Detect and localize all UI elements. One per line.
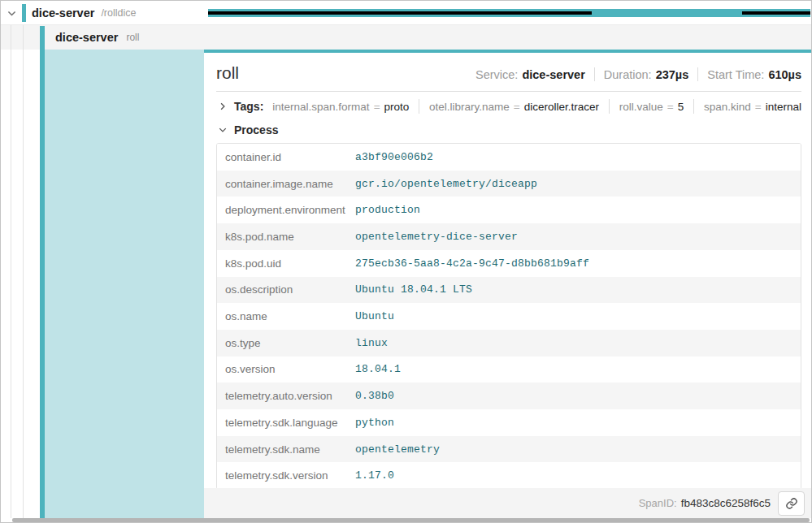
tag-key: otel.library.name (429, 101, 510, 113)
table-row: container.image.namegcr.io/opentelemetry… (217, 171, 801, 197)
trace-view: dice-server /rolldice dice-server roll 2… (0, 0, 812, 523)
spanid-label: SpanID: (639, 497, 677, 509)
row-key: os.version (217, 363, 355, 375)
service-value: dice-server (522, 68, 584, 81)
divider (693, 99, 694, 114)
divider (609, 99, 610, 114)
duration-value: 237µs (656, 68, 689, 81)
tag-value: internal (766, 101, 801, 113)
row-key: telemetry.sdk.name (217, 443, 355, 456)
row-value: production (355, 204, 420, 216)
tags-title: Tags: (234, 100, 263, 113)
table-row: telemetry.sdk.nameopentelemetry (217, 436, 801, 463)
table-row: k8s.pod.uid275ecb36-5aa8-4c2a-9c47-d8bb6… (217, 250, 801, 277)
spanid-value: fb483c8c6258f6c5 (681, 497, 771, 509)
tree-indent-guide (11, 25, 11, 518)
chevron-right-icon (218, 102, 228, 111)
tag-equals: = (514, 101, 520, 113)
tag-key: internal.span.format (272, 101, 369, 113)
row-key: k8s.pod.name (217, 231, 355, 243)
row-value: a3bf90e006b2 (355, 151, 433, 163)
table-row: telemetry.sdk.version1.17.0 (217, 462, 801, 489)
table-row: telemetry.auto.version0.38b0 (217, 383, 801, 409)
span-row-roll[interactable]: dice-server roll 237µs (1, 25, 811, 50)
service-name: dice-server (55, 31, 118, 44)
service-color-swatch (22, 4, 26, 22)
process-title: Process (234, 123, 278, 136)
span-name-cell[interactable]: dice-server /rolldice (1, 1, 204, 25)
row-value: 275ecb36-5aa8-4c2a-9c47-d8bb681b9aff (355, 257, 589, 270)
divider (594, 67, 595, 81)
service-label: Service: (475, 68, 518, 81)
table-row: telemetry.sdk.languagepython (217, 409, 801, 436)
row-key: os.type (217, 337, 355, 349)
tag-value: 5 (678, 101, 684, 113)
row-value: 1.17.0 (355, 469, 394, 482)
table-row: deployment.environmentproduction (217, 197, 801, 223)
span-name-cell[interactable]: dice-server roll (50, 25, 139, 50)
tag-equals: = (374, 101, 380, 113)
tag-value: diceroller.tracer (524, 101, 599, 113)
table-row: os.nameUbuntu (217, 303, 801, 330)
span-bar-overlay (742, 11, 810, 15)
row-key: container.image.name (217, 178, 355, 190)
operation-name: /rolldice (101, 7, 136, 19)
service-name: dice-server (32, 6, 94, 19)
table-row: os.version18.04.1 (217, 357, 801, 383)
tree-indent-guide (23, 25, 24, 518)
row-key: telemetry.auto.version (217, 390, 355, 402)
row-value: python (355, 417, 394, 429)
collapse-chevron-icon[interactable] (7, 8, 17, 19)
horizontal-scrollbar[interactable] (12, 518, 810, 522)
duration-label: Duration: (604, 68, 652, 81)
row-key: k8s.pod.uid (217, 257, 355, 270)
table-row: os.typelinux (217, 330, 801, 357)
table-row: os.descriptionUbuntu 18.04.1 LTS (217, 277, 801, 304)
span-title: roll (216, 63, 239, 82)
start-time-value: 610µs (768, 68, 801, 81)
span-bar-rolldice[interactable] (208, 9, 810, 17)
row-key: telemetry.sdk.language (217, 417, 355, 429)
row-value: opentelemetry-dice-server (355, 231, 518, 243)
tag-key: roll.value (619, 101, 663, 113)
row-value: opentelemetry (355, 443, 440, 456)
start-time-label: Start Time: (707, 68, 764, 81)
span-bar-overlay (208, 11, 592, 15)
row-key: os.description (217, 283, 355, 296)
row-value: 18.04.1 (355, 363, 401, 375)
row-key: deployment.environment (217, 204, 355, 216)
row-key: os.name (217, 310, 355, 322)
span-overview: Service: dice-server Duration: 237µs Sta… (475, 67, 801, 82)
detail-footer: SpanID: fb483c8c6258f6c5 (204, 488, 812, 518)
copy-span-link-button[interactable] (778, 491, 805, 516)
row-value: gcr.io/opentelemetry/diceapp (355, 178, 537, 190)
row-value: 0.38b0 (355, 390, 394, 402)
table-row: container.ida3bf90e006b2 (217, 144, 801, 171)
row-value: Ubuntu 18.04.1 LTS (355, 283, 472, 296)
operation-name: roll (126, 32, 139, 43)
row-value: Ubuntu (355, 310, 394, 322)
row-key: container.id (217, 151, 355, 163)
tag-equals: = (755, 101, 762, 113)
tag-value: proto (384, 101, 410, 113)
selected-span-indent-highlight (45, 50, 204, 518)
process-section-toggle[interactable]: Process (216, 119, 801, 143)
row-key: telemetry.sdk.version (217, 469, 355, 482)
table-row: k8s.pod.nameopentelemetry-dice-server (217, 223, 801, 250)
span-row-rolldice[interactable]: dice-server /rolldice (1, 1, 811, 25)
tag-equals: = (667, 101, 674, 113)
divider (419, 99, 419, 114)
link-icon (785, 497, 798, 510)
row-value: linux (355, 337, 388, 349)
tags-section-toggle[interactable]: Tags: internal.span.format = proto otel.… (216, 92, 801, 119)
detail-header: roll Service: dice-server Duration: 237µ… (216, 53, 801, 82)
tag-key: span.kind (704, 101, 751, 113)
chevron-down-icon (218, 125, 228, 135)
span-detail-panel: roll Service: dice-server Duration: 237µ… (204, 50, 812, 518)
process-key-value-table: container.ida3bf90e006b2 container.image… (216, 143, 801, 490)
divider (697, 67, 698, 81)
